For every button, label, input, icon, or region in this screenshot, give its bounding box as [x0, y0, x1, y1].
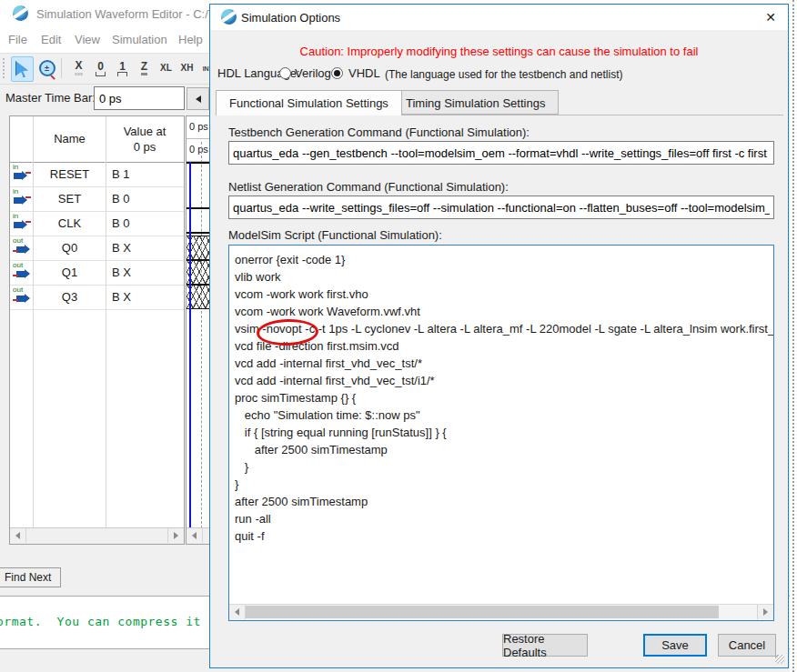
hdl-language-note: (The language used for the testbench and…	[385, 68, 623, 81]
vhdl-radio-label[interactable]: VHDL	[348, 66, 380, 80]
netlist-command-label: Netlist Generation Command (Functional S…	[228, 180, 509, 194]
input-pin-icon: in	[13, 163, 18, 171]
signal-value: B X	[112, 290, 131, 304]
tab-timing-simulation-settings[interactable]: Timing Simulation Settings	[392, 90, 559, 115]
background-right-strip	[790, 0, 797, 672]
waveform-h-scrollbar[interactable]	[187, 527, 212, 544]
magnifier-icon: ±	[39, 60, 55, 76]
master-time-bar-label: Master Time Bar:	[5, 91, 96, 105]
signal-value: B X	[112, 266, 131, 279]
table-row-clk[interactable]: in CLK B 0	[10, 211, 184, 236]
signal-name: RESET	[34, 167, 106, 181]
script-text[interactable]: onerror {exit -code 1} vlib work vcom -w…	[229, 246, 773, 604]
menu-help[interactable]: Help	[178, 33, 203, 46]
zoom-tool-icon[interactable]: ±	[36, 56, 57, 80]
time-cursor-line[interactable]	[189, 162, 191, 528]
table-row-set[interactable]: in SET B 0	[10, 186, 184, 212]
signal-value: B 0	[112, 216, 130, 230]
cursor-arrow-icon	[15, 61, 29, 77]
restore-defaults-button[interactable]: Restore Defaults	[502, 634, 588, 657]
script-h-scrollbar[interactable]	[229, 604, 773, 620]
cancel-button[interactable]: Cancel	[718, 634, 776, 657]
time-bar-pointer-label: 0 ps	[187, 116, 212, 139]
toolbar-separator	[61, 58, 62, 78]
table-row-q0[interactable]: out Q0 B X	[10, 236, 184, 261]
modelsim-script-editor[interactable]: onerror {exit -code 1} vlib work vcom -w…	[228, 245, 774, 621]
weak-high-icon[interactable]: XH	[177, 56, 197, 80]
table-row-reset[interactable]: in RESET B 1	[10, 162, 184, 187]
vhdl-radio[interactable]	[331, 67, 343, 79]
scroll-left-icon[interactable]	[187, 528, 203, 543]
col-header-value: Value at 0 ps	[106, 124, 183, 155]
time-ruler-label: 0 ps	[187, 139, 212, 162]
save-button[interactable]: Save	[643, 634, 707, 657]
verilog-radio[interactable]	[279, 67, 291, 79]
force-low-icon[interactable]: 0	[90, 56, 111, 80]
dialog-titlebar[interactable]: Simulation Options ✕	[210, 5, 788, 30]
weak-low-icon[interactable]: XL	[156, 56, 177, 80]
table-h-scrollbar[interactable]	[10, 527, 184, 544]
find-next-button[interactable]: Find Next	[0, 567, 61, 587]
scroll-left-icon[interactable]	[10, 528, 26, 543]
signal-name: SET	[34, 192, 106, 206]
force-high-icon[interactable]: 1	[112, 56, 133, 80]
table-row-q1[interactable]: out Q1 B X	[10, 260, 184, 286]
signal-name: Q1	[34, 266, 106, 279]
toolbar-grip[interactable]	[3, 58, 7, 78]
signal-value: B 0	[112, 192, 130, 206]
force-unknown-icon[interactable]: X xxx	[68, 56, 89, 80]
menu-view[interactable]: View	[75, 33, 100, 46]
verilog-radio-label[interactable]: Verilog	[295, 66, 331, 80]
quartus-logo-icon	[13, 5, 28, 21]
menu-file[interactable]: File	[8, 33, 27, 46]
console-message: ormat. You can compress it in	[0, 615, 224, 628]
netlist-command-input[interactable]	[228, 196, 774, 219]
tab-functional-simulation-settings[interactable]: Functional Simulation Settings	[216, 90, 402, 115]
editor-window-title: Simulation Waveform Editor - C:/TEM	[36, 7, 233, 21]
signal-name: CLK	[34, 216, 106, 230]
signal-value: B 1	[112, 167, 130, 181]
scrollbar-thumb[interactable]	[246, 606, 719, 618]
table-row-q3[interactable]: out Q3 B X	[10, 285, 184, 310]
caution-text: Caution: Improperly modifying these sett…	[210, 45, 788, 58]
close-icon[interactable]: ✕	[761, 8, 781, 26]
scroll-left-icon[interactable]	[229, 605, 246, 619]
dotted-edge	[792, 0, 794, 672]
input-pin-icon: in	[13, 212, 18, 220]
time-bar-back-button[interactable]	[187, 87, 209, 110]
signal-name: Q0	[34, 241, 106, 255]
output-pin-icon: out	[13, 236, 23, 245]
scroll-right-icon[interactable]	[757, 605, 773, 619]
dialog-title: Simulation Options	[241, 11, 340, 25]
modelsim-script-label: ModelSim Script (Functional Simulation):	[228, 228, 442, 242]
master-time-bar-input[interactable]	[94, 86, 185, 110]
output-pin-icon: out	[13, 261, 23, 269]
col-header-name: Name	[34, 132, 106, 145]
signal-name: Q3	[34, 290, 106, 304]
testbench-command-input[interactable]	[228, 141, 774, 165]
testbench-command-label: Testbench Generation Command (Functional…	[228, 125, 530, 139]
screen: Simulation Waveform Editor - C:/TEM File…	[0, 0, 797, 672]
signal-value: B X	[112, 241, 131, 255]
resize-grip[interactable]	[775, 655, 784, 664]
left-triangle-icon	[196, 95, 201, 103]
input-pin-icon: in	[13, 187, 18, 196]
menu-edit[interactable]: Edit	[41, 33, 61, 46]
menu-simulation[interactable]: Simulation	[112, 33, 167, 46]
signal-table-header: Name Value at 0 ps	[10, 116, 184, 163]
pointer-tool-icon[interactable]	[11, 56, 34, 82]
simulation-options-dialog: Simulation Options ✕ Caution: Improperly…	[209, 4, 789, 668]
output-pin-icon: out	[13, 286, 23, 294]
force-high-z-icon[interactable]: Z	[134, 56, 155, 80]
quartus-logo-icon	[221, 9, 237, 25]
scroll-right-icon[interactable]	[167, 528, 184, 543]
signal-table: Name Value at 0 ps in RESET B 1 in SET B…	[9, 115, 185, 545]
